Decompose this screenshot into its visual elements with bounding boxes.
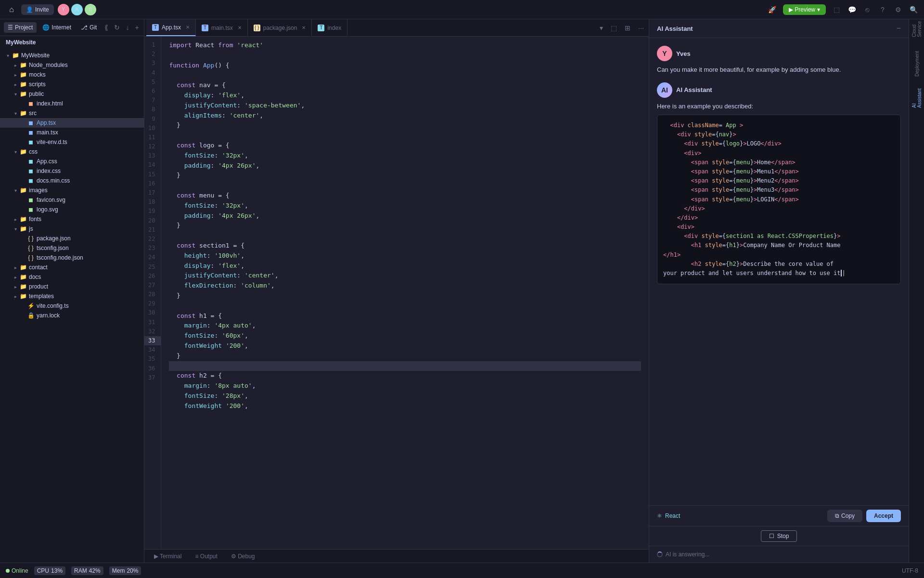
tree-item-favicon[interactable]: ◼ favicon.svg <box>0 195 144 205</box>
debug-tab[interactable]: ⚙ Debug <box>225 552 261 561</box>
tree-item-app-tsx[interactable]: ◼ App.tsx <box>0 118 144 128</box>
chat-icon[interactable]: 💬 <box>847 5 857 14</box>
folder-icon: 📁 <box>19 148 27 156</box>
cpu-label: CPU <box>37 567 49 574</box>
line-num-5: 5 <box>144 78 161 87</box>
tree-item-index-html[interactable]: ◼ index.html <box>0 99 144 108</box>
split-editor-button[interactable]: ⬚ <box>608 23 620 33</box>
line-num-4: 4 <box>144 68 161 78</box>
search-icon[interactable]: 🔍 <box>909 5 918 14</box>
tree-item-docs-min-css[interactable]: ◼ docs.min.css <box>0 176 144 185</box>
tree-item-tsconfig-node[interactable]: { } tsconfig.node.json <box>0 253 144 263</box>
accept-button[interactable]: Accept <box>866 510 901 522</box>
share-icon[interactable]: ⎋ <box>862 5 872 14</box>
sidebar-tab-internet[interactable]: 🌐 Internet <box>38 22 75 33</box>
tree-item-public[interactable]: ▾ 📁 public <box>0 89 144 99</box>
tree-item-css[interactable]: ▾ 📁 css <box>0 147 144 157</box>
tree-arrow: ▸ <box>12 63 19 68</box>
ram-value: 42% <box>89 567 101 574</box>
tree-arrow: ▸ <box>12 82 19 87</box>
tab-app-tsx[interactable]: T App.tsx ✕ <box>146 19 196 36</box>
tree-item-tsconfig[interactable]: { } tsconfig.json <box>0 243 144 253</box>
svg-file-icon: ◼ <box>27 206 35 213</box>
close-tab-icon[interactable]: ✕ <box>238 25 242 30</box>
line-num-20: 20 <box>144 216 161 225</box>
output-tab[interactable]: ≡ Output <box>189 552 223 561</box>
folder-icon: 📁 <box>19 61 27 69</box>
cloud-service-icon[interactable]: Cloud Service <box>898 23 924 35</box>
line-num-2: 2 <box>144 50 161 59</box>
sidebar-tab-project[interactable]: ☰ Project <box>4 22 37 33</box>
tree-arrow: ▾ <box>12 188 19 193</box>
tree-item-contact[interactable]: ▸ 📁 contact <box>0 263 144 272</box>
sync-icon[interactable]: ↻ <box>112 23 122 32</box>
tree-item-docs[interactable]: ▸ 📁 docs <box>0 272 144 282</box>
tree-item-app-css[interactable]: ◼ App.css <box>0 157 144 166</box>
close-tab-icon[interactable]: ✕ <box>302 25 306 30</box>
code-line: } <box>169 291 641 301</box>
invite-button[interactable]: 👤 Invite <box>21 4 54 15</box>
tree-item-node-modules[interactable]: ▸ 📁 Node_modules <box>0 60 144 70</box>
code-line: const h1 = { <box>169 311 641 321</box>
tree-item-mocks[interactable]: ▸ 📁 mocks <box>0 70 144 79</box>
tab-package-json[interactable]: { } package.json ✕ <box>248 19 312 36</box>
tree-item-index-css[interactable]: ◼ index.css <box>0 166 144 176</box>
line-num-15: 15 <box>144 170 161 179</box>
tree-item-scripts[interactable]: ▸ 📁 scripts <box>0 79 144 89</box>
add-file-button[interactable]: + <box>133 23 141 32</box>
code-line: const menu = { <box>169 191 641 201</box>
line-num-14: 14 <box>144 160 161 170</box>
collapse-button[interactable]: ⟪ <box>103 23 110 32</box>
close-tab-icon[interactable]: ✕ <box>186 25 190 30</box>
code-content[interactable]: import React from 'react' function App()… <box>161 37 649 549</box>
terminal-tab[interactable]: ▶ Terminal <box>148 552 187 561</box>
deployment-icon[interactable]: Deployment <box>898 58 924 69</box>
tree-item-src[interactable]: ▾ 📁 src <box>0 108 144 118</box>
tsx-file-icon: ◼ <box>27 119 35 127</box>
tree-item-vite-env[interactable]: ◼ vite-env.d.ts <box>0 137 144 147</box>
rocket-icon[interactable]: 🚀 <box>768 5 777 14</box>
code-line: display: 'flex', <box>169 261 641 271</box>
sidebar-tab-git[interactable]: ⎇ Git <box>77 22 101 33</box>
settings-icon[interactable]: ⚙ <box>893 5 903 14</box>
tree-item-mywebsite[interactable]: ▾ 📁 MyWebsite <box>0 51 144 60</box>
stop-button[interactable]: ☐ Stop <box>761 530 797 542</box>
tree-item-package-json[interactable]: { } package.json <box>0 234 144 243</box>
tree-item-yarn-lock[interactable]: 🔒 yarn.lock <box>0 311 144 320</box>
tsx-file-icon: ◼ <box>27 129 35 136</box>
tree-item-vite-config[interactable]: ⚡ vite.config.ts <box>0 301 144 311</box>
tree-item-templates[interactable]: ▸ 📁 templates <box>0 291 144 301</box>
line-num-13: 13 <box>144 151 161 160</box>
ai-message: AI AI Assistant Here is an example you d… <box>657 82 901 285</box>
statusbar-right: UTF-8 <box>902 567 918 574</box>
home-icon[interactable]: ⌂ <box>6 4 17 15</box>
output-icon: ≡ <box>195 553 198 560</box>
tree-item-fonts[interactable]: ▸ 📁 fonts <box>0 214 144 224</box>
tab-main-tsx[interactable]: T main.tsx ✕ <box>196 19 248 36</box>
download-icon[interactable]: ↓ <box>124 23 131 32</box>
code-line: const logo = { <box>169 141 641 151</box>
sidebar-action-group: ⟪ ↻ ↓ + <box>103 23 141 32</box>
code-editor[interactable]: 1 2 3 4 5 6 7 8 9 10 11 12 13 14 15 16 1… <box>144 37 649 549</box>
tab-index[interactable]: T index <box>312 19 347 36</box>
ts-icon: T <box>318 25 324 31</box>
layout-button[interactable]: ⊞ <box>622 23 633 33</box>
code-line: height: '100vh', <box>169 251 641 261</box>
tree-item-js[interactable]: ▾ 📁 js <box>0 224 144 234</box>
folder-icon: 📁 <box>19 225 27 233</box>
tab-overflow-button[interactable]: ▾ <box>597 23 606 33</box>
more-button[interactable]: ··· <box>635 23 647 33</box>
tree-item-product[interactable]: ▸ 📁 product <box>0 282 144 291</box>
tree-item-main-tsx[interactable]: ◼ main.tsx <box>0 128 144 137</box>
preview-button[interactable]: ▶ Preview ▾ <box>783 4 826 15</box>
tree-item-logo-svg[interactable]: ◼ logo.svg <box>0 205 144 214</box>
layout-icon[interactable]: ⬚ <box>832 5 841 14</box>
tree-item-images[interactable]: ▾ 📁 images <box>0 185 144 195</box>
help-icon[interactable]: ? <box>878 5 887 14</box>
ai-code-line: <span style={menu}>LOGIN</span> <box>663 195 895 204</box>
code-line <box>169 181 641 191</box>
line-num-33: 33 <box>144 336 161 345</box>
code-line: } <box>169 171 641 181</box>
ai-assistant-sidebar-icon[interactable]: AI Assistant <box>898 92 924 104</box>
copy-button[interactable]: ⧉ Copy <box>827 510 862 522</box>
